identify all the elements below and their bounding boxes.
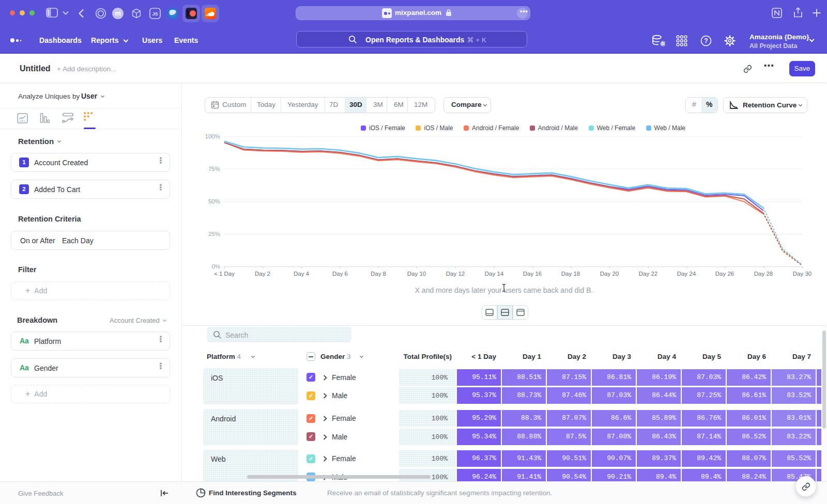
svg-text:?: ? <box>704 37 708 44</box>
svg-text:JS: JS <box>152 11 158 17</box>
